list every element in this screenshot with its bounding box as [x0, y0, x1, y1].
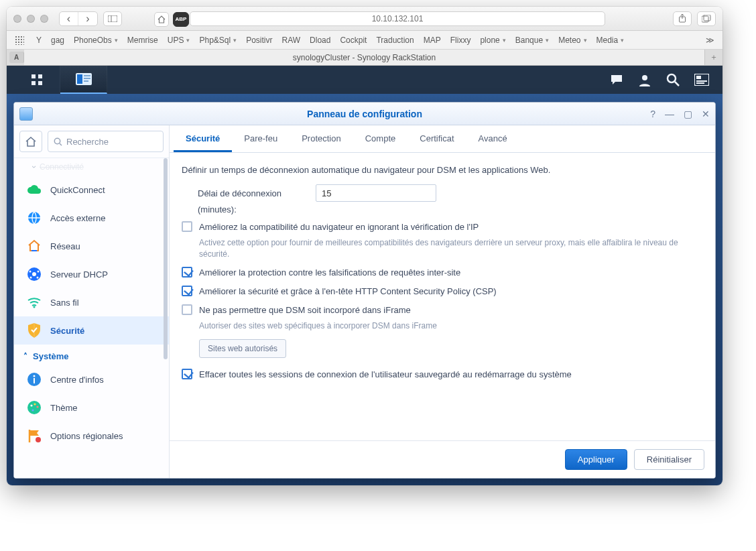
help-button[interactable]: ?	[650, 109, 655, 119]
tab-security[interactable]: Sécurité	[174, 125, 232, 152]
svg-point-39	[32, 409, 34, 411]
apply-button[interactable]: Appliquer	[565, 449, 627, 470]
sidebar-item-label: Options régionales	[50, 431, 123, 441]
checkbox-icon[interactable]	[182, 286, 192, 296]
bookmark-item[interactable]: Traduction	[376, 36, 414, 45]
sidebar-group-connectivity[interactable]: Connectivité	[14, 160, 169, 176]
bookmark-item[interactable]: UPS▾	[168, 36, 190, 45]
tabs-icon	[702, 15, 711, 23]
widgets-icon[interactable]	[694, 74, 709, 86]
chevron-down-icon: ▾	[186, 37, 190, 44]
search-icon[interactable]	[666, 73, 680, 86]
apps-grid-icon[interactable]	[15, 36, 24, 45]
palette-icon	[26, 400, 42, 416]
address-bar[interactable]: ABP 10.10.132.101	[190, 11, 605, 26]
svg-rect-3	[702, 16, 708, 22]
new-tab-button[interactable]: ＋	[705, 50, 722, 65]
bookmark-item[interactable]: MAP	[424, 36, 441, 45]
sidebar-item-info-center[interactable]: Centre d'infos	[14, 365, 169, 393]
checkbox-icon[interactable]	[182, 369, 192, 379]
share-button[interactable]	[673, 11, 692, 26]
maximize-button[interactable]: ▢	[684, 109, 692, 119]
checkbox-clear-sessions[interactable]: Effacer toutes les sessions de connexion…	[182, 369, 703, 381]
bookmark-item[interactable]: Y	[36, 36, 42, 45]
dsm-desktop: Panneau de configuration ? — ▢ ✕	[7, 94, 722, 485]
tab-certificate[interactable]: Certificat	[407, 125, 466, 152]
sidebar-list[interactable]: Connectivité QuickConnect Accès externe …	[14, 158, 169, 478]
chevron-down-icon: ▾	[115, 37, 118, 44]
checkbox-iframe[interactable]: Ne pas permettre que DSM soit incorporé …	[182, 304, 703, 316]
bookmark-item[interactable]: PhoneObs▾	[74, 36, 118, 45]
bookmark-item[interactable]: Positivr	[246, 36, 272, 45]
panel-titlebar[interactable]: Panneau de configuration ? — ▢ ✕	[14, 103, 715, 125]
sidebar-item-dhcp[interactable]: Serveur DHCP	[14, 260, 169, 288]
bookmark-item[interactable]: Php&Sql▾	[199, 36, 237, 45]
svg-rect-33	[34, 378, 35, 383]
dsm-control-panel-task[interactable]	[60, 66, 107, 94]
bookmark-item[interactable]: Flixxy	[450, 36, 471, 45]
sidebar-item-theme[interactable]: Thème	[14, 393, 169, 422]
checkbox-csrf[interactable]: Améliorer la protection contre les falsi…	[182, 267, 703, 279]
sidebar-toggle-button[interactable]	[103, 11, 122, 26]
bookmarks-bar: Y gag PhoneObs▾ Memrise UPS▾ Php&Sql▾ Po…	[7, 31, 722, 50]
minimize-button[interactable]: —	[665, 109, 674, 119]
dsm-show-desktop-button[interactable]	[13, 66, 60, 94]
allowed-sites-button[interactable]: Sites web autorisés	[199, 339, 286, 358]
forward-button[interactable]: ›	[78, 12, 97, 25]
sidebar-item-regional[interactable]: Options régionales	[14, 422, 169, 450]
tab-advanced[interactable]: Avancé	[466, 125, 519, 152]
close-window-dot[interactable]	[13, 15, 21, 23]
checkbox-hint: Activez cette option pour fournir de mei…	[199, 237, 703, 260]
chevron-down-icon: ▾	[584, 37, 587, 44]
checkbox-icon[interactable]	[182, 221, 192, 232]
timeout-input[interactable]	[316, 184, 436, 202]
sidebar-item-security[interactable]: Sécurité	[14, 316, 169, 345]
home-button[interactable]	[19, 131, 42, 152]
network-icon	[26, 238, 42, 254]
svg-point-38	[36, 406, 38, 408]
user-icon[interactable]	[638, 73, 651, 86]
checkbox-csp[interactable]: Améliorer la sécurité et grâce à l'en-tê…	[182, 286, 703, 298]
sidebar-group-system[interactable]: ˄ Système	[14, 345, 169, 365]
sidebar-scrollbar[interactable]	[164, 158, 168, 359]
bookmark-item[interactable]: Banque▾	[515, 36, 549, 45]
search-input[interactable]: Recherche	[48, 131, 164, 152]
bookmark-item[interactable]: Dload	[310, 36, 330, 45]
sidebar-item-network[interactable]: Réseau	[14, 232, 169, 260]
bookmark-item[interactable]: Media▾	[596, 36, 625, 45]
checkbox-icon[interactable]	[182, 267, 192, 278]
checkbox-icon[interactable]	[182, 304, 192, 315]
back-button[interactable]: ‹	[60, 12, 78, 25]
panel-app-icon	[19, 107, 33, 121]
chevron-up-icon: ˄	[23, 352, 27, 361]
reader-mode-icon[interactable]: A	[9, 52, 24, 63]
sidebar-item-label: Centre d'infos	[50, 375, 104, 385]
chat-icon[interactable]	[610, 73, 623, 86]
tab-protection[interactable]: Protection	[290, 125, 353, 152]
sidebar-item-quickconnect[interactable]: QuickConnect	[14, 176, 169, 204]
minimize-window-dot[interactable]	[27, 15, 35, 23]
tabs-button[interactable]	[697, 11, 716, 26]
svg-line-22	[60, 143, 62, 145]
tab-firewall[interactable]: Pare-feu	[232, 125, 290, 152]
reset-button[interactable]: Réinitialiser	[634, 449, 704, 470]
dsm-taskbar	[7, 66, 722, 94]
checkbox-browser-compat[interactable]: Améliorez la compatibilité du navigateur…	[182, 221, 703, 233]
tab-account[interactable]: Compte	[353, 125, 408, 152]
sidebar-item-external-access[interactable]: Accès externe	[14, 204, 169, 232]
sidebar-item-wireless[interactable]: Sans fil	[14, 288, 169, 316]
bookmark-item[interactable]: RAW	[282, 36, 301, 45]
bookmark-item[interactable]: Cockpit	[340, 36, 367, 45]
sidebar-item-label: QuickConnect	[50, 185, 105, 195]
bookmark-item[interactable]: Meteo▾	[558, 36, 586, 45]
adblock-icon[interactable]: ABP	[173, 12, 189, 27]
close-button[interactable]: ✕	[702, 109, 710, 119]
browser-tab[interactable]: synologyCluster - Synology RackStation	[24, 50, 705, 65]
zoom-window-dot[interactable]	[40, 15, 48, 23]
bookmark-item[interactable]: Memrise	[127, 36, 158, 45]
sidebar-item-label: Sécurité	[50, 326, 84, 336]
bookmark-item[interactable]: gag	[51, 36, 64, 45]
home-icon[interactable]	[154, 12, 169, 27]
bookmark-item[interactable]: plone▾	[480, 36, 505, 45]
bookmarks-overflow[interactable]: ≫	[706, 36, 714, 45]
